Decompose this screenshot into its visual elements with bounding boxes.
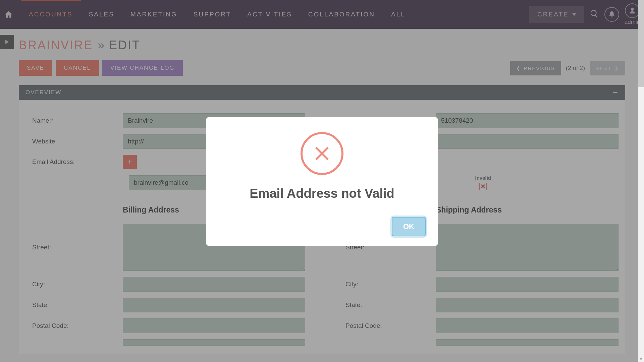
error-modal: Email Address not Valid OK [206,117,438,246]
error-icon [301,132,343,175]
scrollbar[interactable]: ▲ ▼ [638,0,644,362]
scroll-down-icon[interactable]: ▼ [638,356,644,362]
scrollbar-thumb[interactable] [638,0,644,87]
modal-overlay: Email Address not Valid OK [0,0,644,362]
modal-ok-button[interactable]: OK [392,217,426,236]
modal-title: Email Address not Valid [218,186,426,201]
